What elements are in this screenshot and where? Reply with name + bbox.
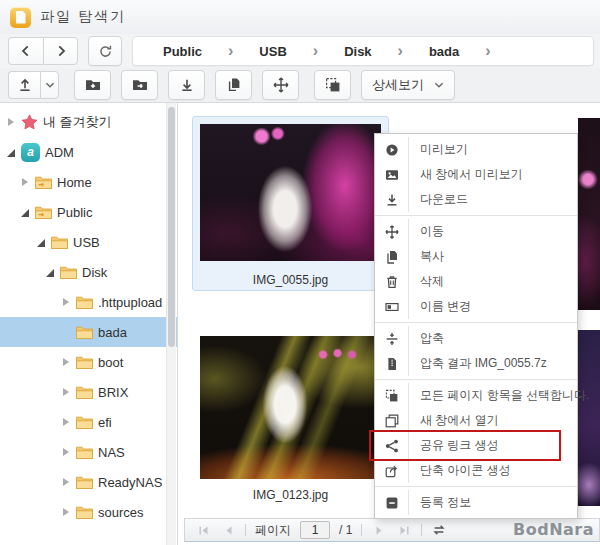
move-to-folder-icon [132,77,148,93]
expand-icon[interactable] [62,388,71,397]
move-icon [273,77,289,93]
menu-item-open-new-window[interactable]: 새 창에서 열기 [375,408,577,433]
next-page-icon [374,525,385,536]
tree-item-label: bada [98,325,127,340]
file-explorer-icon [10,7,31,28]
star-icon [21,114,38,130]
menu-item-properties[interactable]: 등록 정보 [375,490,577,515]
rename-icon [385,300,399,314]
partially-hidden-thumbnail[interactable] [578,118,600,310]
menu-item-preview-new-window[interactable]: 새 창에서 미리보기 [375,162,577,187]
upload-button[interactable] [8,71,40,99]
expand-icon[interactable] [21,178,30,187]
select-button[interactable] [314,70,351,100]
expand-icon[interactable] [62,508,71,517]
thumbnail-img-0123[interactable] [200,336,381,479]
breadcrumb-item-disk[interactable]: Disk [330,44,385,59]
tree-item-sources[interactable]: sources [0,497,177,527]
title-bar: 파일 탐색기 [0,0,600,34]
chevron-right-icon: › [216,43,245,59]
tree-item-efi[interactable]: efi [0,407,177,437]
forward-button[interactable] [43,37,78,65]
trash-icon [385,275,399,289]
tree-item-public[interactable]: Public [0,197,177,227]
bodnara-watermark: BodNara [513,520,594,539]
file-card-img-0123[interactable]: IMG_0123.jpg [192,328,389,506]
collapse-icon[interactable] [46,268,55,277]
prev-page-button[interactable] [220,522,236,538]
download-button[interactable] [168,70,205,100]
tree-item-home[interactable]: Home [0,167,177,197]
expand-icon[interactable] [62,448,71,457]
shortcut-icon [385,464,399,478]
new-folder-icon [85,77,101,93]
chevron-right-icon: › [301,43,330,59]
menu-item-rename[interactable]: 이름 변경 [375,294,577,319]
menu-separator [375,379,577,380]
shared-folder-icon [35,176,52,189]
refresh-button[interactable] [88,36,122,66]
upload-menu-button[interactable] [40,71,59,99]
menu-item-delete[interactable]: 삭제 [375,269,577,294]
collapse-icon[interactable] [7,148,16,157]
page-label: 페이지 [255,522,291,539]
expand-icon[interactable] [62,418,71,427]
breadcrumb-item-usb[interactable]: USB [245,44,300,59]
expand-icon[interactable] [62,478,71,487]
collapse-icon[interactable] [37,238,46,247]
shared-folder-icon [35,206,52,219]
tree-item-usb[interactable]: USB [0,227,177,257]
view-mode-dropdown[interactable]: 상세보기 [361,70,455,100]
tree-item-label: NAS [98,445,125,460]
menu-item-select-all[interactable]: 모든 페이지 항목을 선택합니다. [375,383,577,408]
copy-button[interactable] [215,70,252,100]
refresh-list-button[interactable] [431,522,447,538]
tree-item-favorites[interactable]: 내 즐겨찾기 [0,107,177,137]
chevron-down-icon [434,81,444,89]
expand-icon[interactable] [7,118,16,127]
separator [361,524,362,536]
menu-item-create-share-link[interactable]: 공유 링크 생성 [375,433,577,458]
navigation-bar: Public › USB › Disk › bada › [0,34,600,68]
tree-item-disk[interactable]: Disk [0,257,177,287]
breadcrumb-item-public[interactable]: Public [149,44,216,59]
folder-tree-sidebar: 내 즐겨찾기 a ADM Home Public USB Disk [0,103,178,545]
back-icon [19,44,33,58]
tree-item-bada-selected[interactable]: bada [0,317,177,347]
move-to-folder-button[interactable] [121,70,158,100]
tree-item-readynas-2[interactable]: ReadyNAS 2 [0,467,177,497]
tree-item-label: efi [98,415,112,430]
collapse-icon[interactable] [21,208,30,217]
page-input[interactable] [300,521,330,539]
forward-icon [54,44,68,58]
folder-icon [76,476,93,489]
menu-item-copy[interactable]: 복사 [375,244,577,269]
thumbnail-img-0055[interactable] [200,124,381,261]
file-card-img-0055[interactable]: IMG_0055.jpg [192,116,389,291]
menu-item-compress[interactable]: 압축 [375,326,577,351]
last-page-button[interactable] [396,522,412,538]
tree-item-brix[interactable]: BRIX [0,377,177,407]
breadcrumb-item-bada[interactable]: bada [415,44,473,59]
menu-item-move[interactable]: 이동 [375,219,577,244]
back-button[interactable] [8,37,43,65]
menu-item-download[interactable]: 다운로드 [375,187,577,212]
menu-item-compress-to-archive[interactable]: 압축 결과 IMG_0055.7z [375,351,577,376]
tree-item-adm[interactable]: a ADM [0,137,177,167]
scrollbar-thumb[interactable] [168,107,175,347]
tree-item-httpupload[interactable]: .httpupload [0,287,177,317]
new-folder-button[interactable] [74,70,111,100]
tree-item-nas[interactable]: NAS [0,437,177,467]
expand-icon[interactable] [62,298,71,307]
first-page-button[interactable] [195,522,211,538]
sidebar-scrollbar[interactable] [166,103,176,545]
move-button[interactable] [262,70,299,100]
next-page-button[interactable] [371,522,387,538]
tree-item-boot[interactable]: boot [0,347,177,377]
refresh-swap-icon [433,524,445,536]
menu-item-preview[interactable]: 미리보기 [375,137,577,162]
menu-item-create-shortcut[interactable]: 단축 아이콘 생성 [375,458,577,483]
menu-separator [375,322,577,323]
partially-hidden-thumbnail[interactable] [578,330,600,506]
expand-icon[interactable] [62,358,71,367]
